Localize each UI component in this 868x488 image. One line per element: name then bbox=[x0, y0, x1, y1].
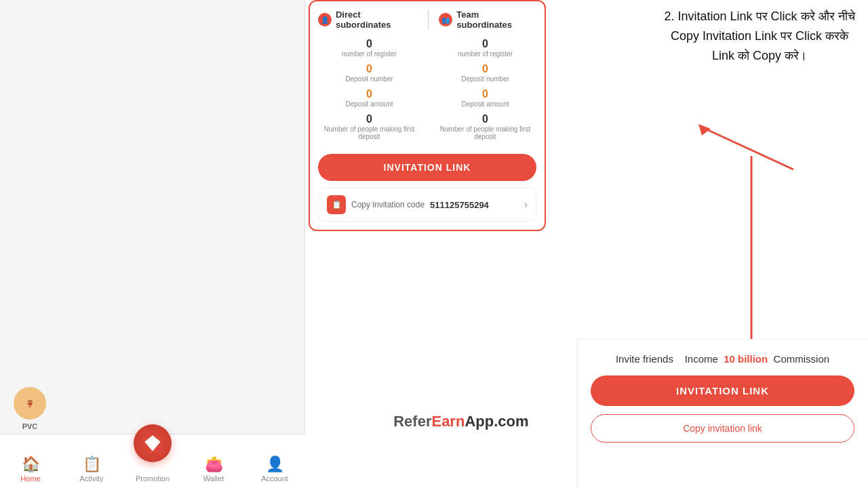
instruction-2-text: 2. Invitation Link पर Click करे और नीचे … bbox=[658, 7, 861, 65]
pvc-image: 🏺 bbox=[14, 387, 46, 420]
copy-icon: 📋 bbox=[327, 195, 346, 214]
direct-deposit-num-label: Deposit number bbox=[318, 75, 420, 83]
direct-subordinates-label: Direct subordinates bbox=[336, 9, 418, 30]
team-deposit-amt-value: 0 bbox=[434, 88, 536, 100]
bottom-invitation-link-button[interactable]: INVITATION LINK bbox=[591, 375, 854, 406]
nav-item-promotion[interactable]: Promotion bbox=[132, 453, 173, 483]
nav-home-label: Home bbox=[20, 474, 40, 483]
invitation-link-button[interactable]: INVITATION LINK bbox=[318, 154, 536, 181]
bottom-right-panel: Invite friends Income 10 billion Commiss… bbox=[576, 339, 868, 488]
watermark-earn: Earn bbox=[431, 413, 465, 430]
direct-stats-col: 0 number of register 0 Deposit number 0 … bbox=[318, 38, 420, 146]
nav-item-activity[interactable]: 📋 Activity bbox=[71, 455, 112, 483]
direct-register-value: 0 bbox=[318, 38, 420, 50]
invite-friends-text: Invite friends bbox=[616, 353, 673, 365]
direct-register-label: number of register bbox=[318, 50, 420, 58]
watermark-suffix: App.com bbox=[465, 413, 528, 430]
copy-invitation-link-button[interactable]: Copy invitation link bbox=[591, 414, 854, 443]
nav-item-home[interactable]: 🏠 Home bbox=[10, 455, 51, 483]
team-icon: 👥 bbox=[439, 13, 452, 26]
chevron-right-icon: › bbox=[524, 199, 528, 211]
direct-deposit-amt-value: 0 bbox=[318, 88, 420, 100]
nav-wallet-label: Wallet bbox=[203, 474, 224, 483]
income-label: Income bbox=[685, 353, 718, 365]
team-register-value: 0 bbox=[434, 38, 536, 50]
team-subordinates-tab[interactable]: 👥 Team subordinates bbox=[439, 9, 536, 30]
team-first-deposit-value: 0 bbox=[434, 113, 536, 125]
commission-text: Commission bbox=[774, 353, 830, 365]
direct-deposit-num-value: 0 bbox=[318, 63, 420, 75]
app-area: 🏺 PVC 🏠 Home 📋 Activity Promotion 👛 Wall… bbox=[0, 0, 305, 488]
svg-marker-6 bbox=[144, 435, 160, 451]
direct-first-deposit-value: 0 bbox=[318, 113, 420, 125]
svg-line-2 bbox=[705, 129, 793, 169]
nav-promotion-label: Promotion bbox=[136, 474, 170, 483]
arrow-2-vertical-icon bbox=[745, 156, 758, 359]
team-deposit-num-label: Deposit number bbox=[434, 75, 536, 83]
income-amount: 10 billion bbox=[724, 353, 768, 365]
copy-code-value: 511125755294 bbox=[430, 200, 489, 210]
account-icon: 👤 bbox=[266, 455, 284, 473]
team-deposit-amt-label: Deposit amount bbox=[434, 100, 536, 108]
team-deposit-num-value: 0 bbox=[434, 63, 536, 75]
promotion-center-button[interactable] bbox=[134, 424, 172, 462]
nav-account-label: Account bbox=[261, 474, 288, 483]
team-stats-col: 0 number of register 0 Deposit number 0 … bbox=[434, 38, 536, 146]
invite-tagline: Invite friends Income 10 billion Commiss… bbox=[591, 353, 854, 365]
direct-deposit-amt-label: Deposit amount bbox=[318, 100, 420, 108]
pvc-avatar: 🏺 PVC bbox=[14, 387, 46, 430]
arrow-2-icon bbox=[665, 122, 800, 176]
pvc-label: PVC bbox=[22, 422, 38, 430]
team-register-label: number of register bbox=[434, 50, 536, 58]
nav-item-wallet[interactable]: 👛 Wallet bbox=[193, 455, 234, 483]
wallet-icon: 👛 bbox=[205, 455, 223, 473]
direct-subordinates-tab[interactable]: 👤 Direct subordinates bbox=[318, 9, 418, 30]
direct-first-deposit-label: Number of people making first deposit bbox=[318, 125, 420, 140]
copy-code-row[interactable]: 📋 Copy invitation code 511125755294 › bbox=[318, 188, 536, 222]
activity-icon: 📋 bbox=[83, 455, 101, 473]
home-icon: 🏠 bbox=[22, 455, 40, 473]
nav-activity-label: Activity bbox=[80, 474, 104, 483]
user-icon: 👤 bbox=[318, 13, 332, 26]
watermark-refer: Refer bbox=[393, 413, 431, 430]
bottom-nav: 🏠 Home 📋 Activity Promotion 👛 Wallet 👤 A… bbox=[0, 434, 305, 488]
nav-item-account[interactable]: 👤 Account bbox=[254, 455, 295, 483]
diamond-icon bbox=[143, 434, 162, 453]
svg-marker-3 bbox=[698, 124, 711, 136]
copy-code-label: Copy invitation code bbox=[351, 200, 425, 209]
watermark: ReferEarnApp.com bbox=[393, 413, 528, 430]
team-subordinates-label: Team subordinates bbox=[456, 9, 536, 30]
team-first-deposit-label: Number of people making first deposit bbox=[434, 125, 536, 140]
subordinates-card: 👤 Direct subordinates 👥 Team subordinate… bbox=[309, 0, 546, 231]
